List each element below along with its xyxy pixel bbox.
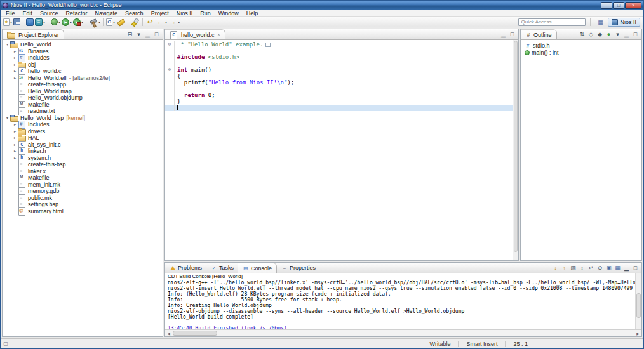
search-button[interactable] bbox=[116, 17, 126, 27]
tree-expanded-arrow-icon[interactable]: ▾ bbox=[4, 115, 10, 121]
tree-collapsed-arrow-icon[interactable]: ▸ bbox=[12, 148, 18, 154]
menu-window[interactable]: Window bbox=[215, 10, 243, 16]
tree-item[interactable]: ▸system.h bbox=[3, 155, 163, 162]
scroll-right-icon[interactable]: ▶ bbox=[634, 330, 641, 336]
debug-button[interactable]: ▾ bbox=[50, 17, 61, 27]
code-line[interactable]: ⊖int main() bbox=[165, 67, 513, 73]
open-perspective-button[interactable]: ▦ bbox=[595, 18, 605, 27]
scroll-left-icon[interactable]: ◀ bbox=[165, 330, 172, 336]
tree-item[interactable]: Makefile bbox=[3, 174, 163, 181]
scrollbar-thumb[interactable] bbox=[514, 41, 518, 252]
tree-item[interactable]: Hello_World.map bbox=[3, 88, 163, 95]
tree-item[interactable]: ▸drivers bbox=[3, 128, 163, 135]
tree-item[interactable]: Makefile bbox=[3, 102, 163, 109]
close-tab-icon[interactable]: × bbox=[218, 32, 220, 37]
console-output[interactable]: nios2-elf-g++ -T'../hello_world_bsp//lin… bbox=[165, 280, 635, 329]
outline-item[interactable]: main() : int bbox=[521, 49, 641, 56]
nios2-bsp-editor-button[interactable]: ▾ bbox=[34, 17, 46, 27]
tree-item[interactable]: ▸Binaries bbox=[3, 48, 163, 55]
external-tools-button[interactable]: ▾ bbox=[72, 17, 84, 27]
nios2-download-button[interactable] bbox=[25, 17, 34, 27]
run-button[interactable]: ▾ bbox=[61, 17, 72, 27]
tab-project-explorer[interactable]: Project Explorer bbox=[3, 29, 64, 39]
tab-hello-world-c[interactable]: hello_world.c × bbox=[165, 29, 225, 39]
tree-item[interactable]: readme.txt bbox=[3, 108, 163, 115]
tree-item[interactable]: ▸Includes bbox=[3, 55, 163, 62]
view-menu-button[interactable]: ▾ bbox=[614, 30, 622, 39]
tree-collapsed-arrow-icon[interactable]: ▸ bbox=[12, 55, 18, 61]
code-line-current[interactable] bbox=[165, 105, 513, 111]
tree-item[interactable]: public.mk bbox=[3, 195, 163, 202]
word-wrap-button[interactable]: ↵ bbox=[587, 264, 595, 272]
outline-item[interactable]: stdio.h bbox=[521, 42, 641, 49]
editor-body[interactable]: ⊕ * "Hello World" example.#include <stdi… bbox=[165, 40, 518, 260]
menu-project[interactable]: Project bbox=[147, 10, 173, 16]
console-hscrollbar[interactable]: ◀ ▶ bbox=[165, 329, 641, 336]
tree-item[interactable]: summary.html bbox=[3, 208, 163, 215]
tree-item[interactable]: ▸obj bbox=[3, 62, 163, 69]
tree-collapsed-arrow-icon[interactable]: ▸ bbox=[12, 121, 18, 128]
last-edit-location-button[interactable] bbox=[145, 17, 155, 27]
tree-item[interactable]: linker.x bbox=[3, 168, 163, 175]
code-line[interactable] bbox=[165, 48, 513, 54]
view-menu-button[interactable]: ▾ bbox=[135, 30, 143, 39]
code-line[interactable]: printf("Hello from Nios II!\n"); bbox=[165, 79, 513, 86]
tab-outline[interactable]: Outline bbox=[521, 29, 557, 39]
save-button[interactable] bbox=[13, 17, 21, 27]
code-line[interactable]: return 0; bbox=[165, 92, 513, 98]
tree-collapsed-arrow-icon[interactable]: ▸ bbox=[12, 135, 18, 141]
mark-occurrences-button[interactable] bbox=[130, 17, 140, 27]
editor-scrollbar[interactable] bbox=[513, 40, 518, 260]
menu-nios-ii[interactable]: Nios II bbox=[173, 10, 197, 16]
tab-console[interactable]: ▤Console bbox=[238, 263, 277, 273]
clear-console-button[interactable]: ▧ bbox=[569, 264, 577, 272]
build-active-button[interactable]: ▾ bbox=[88, 17, 101, 27]
tree-collapsed-arrow-icon[interactable]: ▸ bbox=[12, 155, 18, 161]
new-c-file-button[interactable]: ▾ bbox=[105, 17, 116, 27]
menu-file[interactable]: File bbox=[2, 10, 19, 16]
maximize-button[interactable]: □ bbox=[631, 30, 640, 39]
tree-item[interactable]: memory.gdb bbox=[3, 188, 163, 195]
hide-static-button[interactable]: ◆ bbox=[596, 30, 604, 39]
next-page-button[interactable]: ↓ bbox=[551, 264, 560, 272]
tree-item[interactable]: ▸Includes bbox=[3, 121, 163, 128]
tree-item[interactable]: settings.bsp bbox=[3, 201, 163, 208]
open-console-button[interactable]: ▦ bbox=[614, 264, 622, 272]
menu-source[interactable]: Source bbox=[36, 10, 62, 16]
tree-item[interactable]: ▸Hello_World.elf- [alteranios2/le] bbox=[3, 75, 163, 82]
quick-access-input[interactable] bbox=[518, 18, 586, 26]
tree-item[interactable]: ▾Hello_World_bsp[kernel] bbox=[3, 115, 163, 122]
maximize-button[interactable]: □ bbox=[152, 30, 161, 39]
scrollbar-thumb[interactable] bbox=[173, 331, 217, 336]
collapse-all-button[interactable]: ⊟ bbox=[126, 30, 134, 39]
prev-page-button[interactable]: ↑ bbox=[560, 264, 568, 272]
maximize-button[interactable]: □ bbox=[508, 30, 516, 39]
back-button[interactable]: ▾ bbox=[155, 17, 168, 27]
hide-non-public-button[interactable]: ● bbox=[605, 30, 613, 39]
code-line[interactable]: } bbox=[165, 98, 513, 105]
minimize-button[interactable]: ▁ bbox=[144, 30, 152, 39]
menu-help[interactable]: Help bbox=[243, 10, 262, 16]
tree-expanded-arrow-icon[interactable]: ▾ bbox=[4, 41, 10, 48]
fold-marker-icon[interactable]: ⊖ bbox=[165, 67, 175, 73]
code-line[interactable]: #include <stdio.h> bbox=[165, 54, 513, 60]
tree-item[interactable]: create-this-app bbox=[3, 81, 163, 88]
tree-collapsed-arrow-icon[interactable]: ▸ bbox=[12, 75, 18, 81]
menu-edit[interactable]: Edit bbox=[19, 10, 37, 16]
tree-collapsed-arrow-icon[interactable]: ▸ bbox=[12, 48, 18, 55]
folded-region-indicator[interactable] bbox=[265, 43, 271, 47]
tree-item[interactable]: ▸HAL bbox=[3, 135, 163, 142]
menu-search[interactable]: Search bbox=[121, 10, 147, 16]
close-window-button[interactable]: × bbox=[625, 2, 641, 9]
minimize-button[interactable]: ▁ bbox=[622, 30, 631, 39]
nios2-perspective-button[interactable]: Nios II bbox=[608, 18, 640, 27]
pin-console-button[interactable]: ⊙ bbox=[596, 264, 604, 272]
tree-collapsed-arrow-icon[interactable]: ▸ bbox=[12, 62, 18, 68]
code-line[interactable]: ⊕ * "Hello World" example. bbox=[165, 41, 513, 48]
console-vscrollbar[interactable] bbox=[635, 273, 641, 329]
menu-run[interactable]: Run bbox=[196, 10, 215, 16]
tree-collapsed-arrow-icon[interactable]: ▸ bbox=[12, 142, 18, 148]
display-selected-button[interactable]: ▣ bbox=[605, 264, 613, 272]
tree-collapsed-arrow-icon[interactable]: ▸ bbox=[12, 68, 18, 74]
tab-problems[interactable]: Problems bbox=[165, 263, 206, 273]
